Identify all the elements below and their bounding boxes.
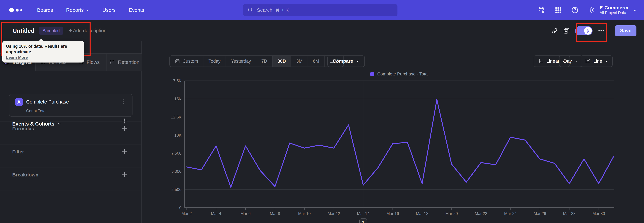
formulas-section: Formulas: [0, 123, 142, 134]
sampled-badge[interactable]: Sampled: [39, 27, 63, 35]
x-axis-tick-label: Mar 6: [240, 211, 250, 216]
global-search[interactable]: [243, 4, 398, 16]
search-input[interactable]: [256, 7, 393, 13]
settings-gear-icon[interactable]: [588, 6, 595, 14]
chart-panel: Custom Today Yesterday 7D 30D 3M 6M 12M …: [142, 41, 644, 223]
report-title-bar: Untitled Sampled + Add description... Sa…: [0, 20, 644, 42]
y-axis-tick-label: 7,500: [172, 151, 182, 155]
event-metric[interactable]: Count Total: [26, 108, 46, 113]
mixpanel-logo[interactable]: [9, 8, 22, 13]
filter-label: Filter: [12, 149, 24, 155]
x-axis-tick-label: Mar 22: [475, 211, 487, 216]
add-filter-button[interactable]: [121, 148, 128, 155]
y-axis-tick-label: 0: [179, 205, 182, 210]
help-icon[interactable]: [571, 6, 578, 14]
title-actions: Save: [551, 25, 636, 36]
x-axis-tick-label: Mar 30: [592, 211, 605, 216]
tab-label: Retention: [118, 59, 139, 65]
x-axis-tick-label: Mar 26: [534, 211, 546, 216]
kebab-menu-icon[interactable]: [120, 98, 126, 105]
search-icon: [248, 7, 254, 13]
tooltip-arrow: [38, 39, 44, 41]
event-row-complete-purchase[interactable]: A Complete Purchase Count Total: [9, 94, 132, 117]
x-axis-tick-label: Mar 4: [211, 211, 221, 216]
nav-reports[interactable]: Reports: [66, 7, 90, 13]
x-axis-tick-label: Mar 2: [182, 211, 192, 216]
chevron-down-icon: [86, 8, 90, 12]
y-axis-tick-label: 2,500: [172, 187, 182, 192]
top-nav-bar: Boards Reports Users Events E-Commerce A…: [0, 0, 644, 20]
x-axis-tick-label: Mar 24: [504, 211, 517, 216]
y-axis-tick-label: 17.5K: [171, 78, 182, 83]
lightning-bolt-icon: [584, 27, 592, 35]
series-line[interactable]: [187, 99, 614, 187]
add-breakdown-button[interactable]: [121, 171, 128, 178]
copy-link-icon[interactable]: [551, 27, 558, 34]
formulas-label: Formulas: [12, 126, 34, 132]
learn-more-link[interactable]: Learn More: [6, 55, 28, 60]
x-axis-tick-label: Mar 10: [298, 211, 311, 216]
query-sidebar: Insights Funnels Flows Retention Events …: [0, 41, 142, 223]
primary-nav: Boards Reports Users Events: [37, 7, 144, 13]
x-axis-tick-label: Mar 18: [416, 211, 428, 216]
chevron-down-icon: [632, 8, 637, 13]
x-axis-tick-label: Mar 28: [563, 211, 576, 216]
y-axis-tick-label: 5,000: [172, 169, 182, 174]
tooltip-text: Using 10% of data. Results are approxima…: [6, 44, 80, 54]
nav-events[interactable]: Events: [129, 7, 144, 13]
boost-toggle[interactable]: [575, 26, 592, 35]
sampling-tooltip: Using 10% of data. Results are approxima…: [2, 41, 84, 62]
x-axis-tick-label: Mar 20: [445, 211, 458, 216]
add-to-board-icon[interactable]: [563, 27, 570, 34]
project-name: E-Commerce: [600, 5, 630, 11]
breakdown-label: Breakdown: [12, 172, 38, 178]
nav-boards[interactable]: Boards: [37, 7, 53, 13]
add-formula-button[interactable]: [121, 125, 128, 133]
x-axis-tick-label: Mar 16: [386, 211, 399, 216]
y-axis-tick-label: 12.5K: [171, 115, 182, 119]
project-scope: All Project Data: [600, 11, 630, 15]
breakdown-section: Breakdown: [0, 169, 142, 180]
event-name: Complete Purchase: [26, 99, 69, 105]
filter-section: Filter: [0, 146, 142, 157]
top-icon-group: [538, 0, 595, 20]
annotation-marker-label: 1: [362, 220, 364, 223]
x-axis-tick-label: Mar 14: [357, 211, 370, 216]
x-axis-tick-label: Mar 12: [328, 211, 340, 216]
line-chart[interactable]: 02,5005,0007,50010K12.5K15K17.5KMar 2Mar…: [142, 41, 644, 223]
y-axis-tick-label: 15K: [174, 97, 182, 101]
retention-icon: [109, 59, 115, 65]
y-axis-tick-label: 10K: [174, 133, 182, 138]
project-selector[interactable]: E-Commerce All Project Data: [600, 0, 637, 20]
more-options-icon[interactable]: [598, 27, 604, 34]
add-description[interactable]: + Add description...: [69, 28, 110, 33]
divider: [610, 26, 610, 35]
apps-grid-icon[interactable]: [554, 6, 562, 14]
nav-users[interactable]: Users: [102, 7, 116, 13]
report-title[interactable]: Untitled: [12, 27, 34, 34]
x-axis-tick-label: Mar 8: [270, 211, 280, 216]
tab-retention[interactable]: Retention: [106, 54, 142, 71]
event-letter-chip: A: [15, 98, 23, 106]
data-management-icon[interactable]: [538, 6, 545, 14]
tab-label: Flows: [86, 59, 100, 65]
divider: [0, 122, 142, 122]
save-button[interactable]: Save: [615, 25, 636, 36]
